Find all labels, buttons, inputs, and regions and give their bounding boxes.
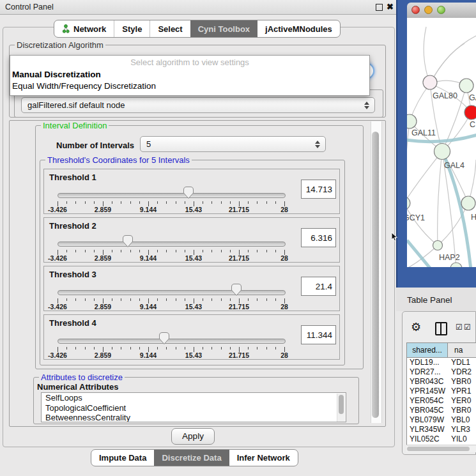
threshold-value-field[interactable]: 14.713 xyxy=(301,180,336,199)
cell-name[interactable]: YBR0 xyxy=(447,377,476,387)
network-node-gcy1[interactable] xyxy=(407,197,410,210)
minimize-traffic-light-icon[interactable] xyxy=(424,6,433,14)
network-node-label: H xyxy=(471,213,476,222)
tab-infer-network[interactable]: Infer Network xyxy=(229,450,298,466)
threshold-slider-track[interactable] xyxy=(58,290,286,295)
attributes-scrollbar-track[interactable] xyxy=(337,394,345,422)
network-node-ga[interactable] xyxy=(459,79,473,93)
table-row[interactable]: YBL079WYBL0 xyxy=(407,415,476,425)
table-row[interactable]: YDL19...YDL1 xyxy=(407,358,476,367)
network-edge[interactable] xyxy=(430,36,476,84)
cell-shared-name[interactable]: YBL079W xyxy=(407,415,447,425)
cell-shared-name[interactable]: YDL19... xyxy=(407,358,447,367)
popup-option-equal-width-frequency[interactable]: Equal Width/Frequency Discretization xyxy=(12,81,156,91)
table-row[interactable]: YDR27...YDR2 xyxy=(407,367,476,377)
threshold-slider-thumb[interactable] xyxy=(183,186,194,199)
attribute-item-betweennesscentrality[interactable]: BetweennessCentrality xyxy=(42,413,346,422)
network-node-c[interactable] xyxy=(464,105,476,119)
network-edge[interactable] xyxy=(407,121,410,203)
numerical-attributes-list[interactable]: SelfLoopsTopologicalCoefficientBetweenne… xyxy=(41,392,346,422)
apply-button[interactable]: Apply xyxy=(171,428,215,445)
cell-name[interactable]: YBR0 xyxy=(447,406,476,415)
tab-network[interactable]: Network xyxy=(54,20,114,37)
table-row[interactable]: YER054CYER0 xyxy=(407,396,476,406)
zoom-traffic-light-icon[interactable] xyxy=(437,6,445,14)
gear-icon[interactable]: ⚙ xyxy=(411,320,421,334)
cell-name[interactable]: YDR2 xyxy=(447,367,476,377)
threshold-slider-track[interactable] xyxy=(58,339,286,344)
network-node[interactable] xyxy=(450,263,462,267)
threshold-slider-track[interactable] xyxy=(58,193,286,198)
tab-discretize-data[interactable]: Discretize Data xyxy=(154,450,229,466)
cell-shared-name[interactable]: YDR27... xyxy=(407,367,447,377)
table-row[interactable]: YBR043CYBR0 xyxy=(407,377,476,387)
mouse-cursor xyxy=(391,233,398,242)
threshold-slider-thumb[interactable] xyxy=(158,332,170,345)
tick-mark xyxy=(203,201,203,204)
threshold-slider-thumb[interactable] xyxy=(231,283,242,296)
table-row[interactable]: YBR045CYBR0 xyxy=(407,406,476,415)
attribute-item-topologicalcoefficient[interactable]: TopologicalCoefficient xyxy=(42,403,346,413)
table-row[interactable]: YPR145WYPR1 xyxy=(407,387,476,396)
cell-name[interactable]: YPR1 xyxy=(447,387,476,396)
threshold-value-field[interactable]: 21.4 xyxy=(301,277,336,296)
network-canvas[interactable]: GAL80GACGAL11GAL4GCY1HHAP2 xyxy=(407,18,476,267)
network-window-titlebar[interactable] xyxy=(407,3,476,19)
cell-shared-name[interactable]: YBR043C xyxy=(407,377,447,387)
cell-name[interactable]: YER0 xyxy=(447,396,476,406)
table-panel-title: Table Panel xyxy=(407,295,452,305)
network-edge[interactable] xyxy=(407,151,442,203)
tab-cyni-toolbox[interactable]: Cyni Toolbox xyxy=(190,20,257,37)
attribute-item-selfloops[interactable]: SelfLoops xyxy=(42,393,346,403)
tick-mark xyxy=(66,298,67,301)
network-node-gal80[interactable] xyxy=(423,75,437,89)
attributes-scrollbar-thumb[interactable] xyxy=(339,395,344,414)
table-data-combobox[interactable]: galFiltered.sif default node xyxy=(21,97,375,113)
cell-name[interactable]: YIL0 xyxy=(447,434,476,444)
number-of-intervals-combobox[interactable]: 5 xyxy=(140,136,326,152)
tab-jactivemnodules[interactable]: jActiveMNodules xyxy=(257,20,340,37)
network-node-label: GAL11 xyxy=(411,128,436,137)
table-row[interactable]: YLR345WYLR3 xyxy=(407,425,476,434)
tick-mark xyxy=(157,201,158,204)
cell-name[interactable]: YBL0 xyxy=(447,415,476,425)
network-node-gal11[interactable] xyxy=(407,114,417,128)
threshold-value-field[interactable]: 11.344 xyxy=(301,325,336,344)
threshold-slider-thumb[interactable] xyxy=(122,234,134,248)
tab-select[interactable]: Select xyxy=(150,20,190,37)
tab-impute-data[interactable]: Impute Data xyxy=(91,450,154,466)
network-node-label: GA xyxy=(469,93,476,102)
tab-style[interactable]: Style xyxy=(114,20,150,37)
popup-option-manual-discretization[interactable]: Manual Discretization xyxy=(12,70,101,79)
column-header-name[interactable]: na xyxy=(448,343,476,357)
tick-mark xyxy=(121,250,121,252)
settings-scrollbar-thumb[interactable] xyxy=(372,132,379,418)
network-edge[interactable] xyxy=(438,151,442,245)
cell-shared-name[interactable]: YLR345W xyxy=(407,425,447,434)
float-window-icon[interactable] xyxy=(376,4,383,11)
close-icon[interactable]: ✖ xyxy=(387,2,394,12)
table-hscrollbar-thumb[interactable] xyxy=(407,447,470,451)
column-header-shared-name[interactable]: shared... xyxy=(407,343,448,357)
network-node-h[interactable] xyxy=(461,196,475,210)
threshold-value-field[interactable]: 6.316 xyxy=(301,228,336,247)
checkbox-icon[interactable]: ☑ xyxy=(464,323,471,332)
threshold-slider-track[interactable] xyxy=(58,242,286,247)
cell-name[interactable]: YDL1 xyxy=(447,358,476,367)
node-attribute-table[interactable]: shared... na YDL19...YDL1YDR27...YDR2YBR… xyxy=(406,342,476,446)
cell-shared-name[interactable]: YPR145W xyxy=(407,387,447,396)
network-node-hap2[interactable] xyxy=(433,241,443,250)
checkbox-icon[interactable]: ☑ xyxy=(456,323,463,332)
cell-shared-name[interactable]: YIL052C xyxy=(407,434,447,444)
network-node-gal4[interactable] xyxy=(434,144,450,160)
network-edge[interactable] xyxy=(407,203,438,245)
table-row[interactable]: YIL052CYIL0 xyxy=(407,434,476,444)
network-edge[interactable] xyxy=(407,245,438,267)
split-columns-icon[interactable] xyxy=(435,322,447,335)
tick-mark xyxy=(121,298,121,301)
cell-shared-name[interactable]: YER054C xyxy=(407,396,447,406)
close-traffic-light-icon[interactable] xyxy=(411,6,420,14)
cell-name[interactable]: YLR3 xyxy=(447,425,476,434)
cell-shared-name[interactable]: YBR045C xyxy=(407,406,447,415)
table-hscrollbar-track[interactable] xyxy=(406,445,476,452)
